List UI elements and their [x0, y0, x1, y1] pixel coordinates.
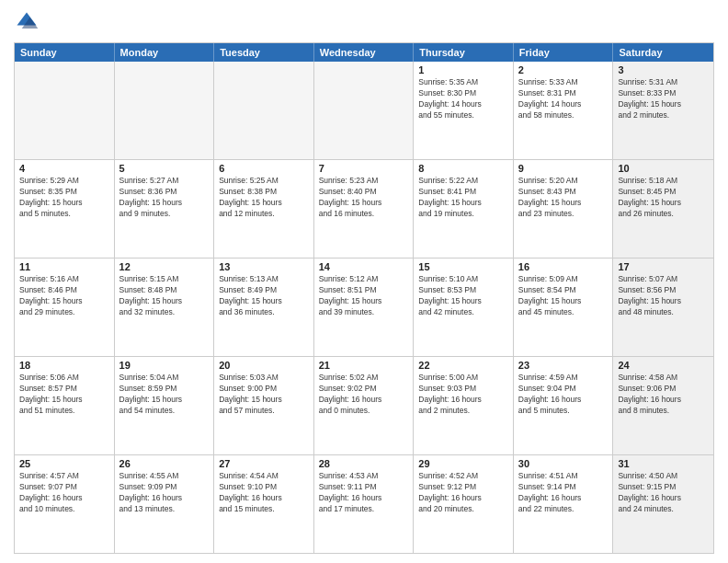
day-number: 13: [219, 261, 309, 272]
calendar-cell-3-3: 21Sunrise: 5:02 AM Sunset: 9:02 PM Dayli…: [314, 357, 415, 454]
header-day-friday: Friday: [514, 43, 614, 62]
calendar-cell-2-1: 12Sunrise: 5:15 AM Sunset: 8:48 PM Dayli…: [115, 259, 215, 356]
day-number: 28: [319, 458, 409, 469]
calendar-cell-1-1: 5Sunrise: 5:27 AM Sunset: 8:36 PM Daylig…: [115, 160, 215, 258]
day-number: 11: [19, 261, 109, 272]
day-info: Sunrise: 5:15 AM Sunset: 8:48 PM Dayligh…: [119, 274, 210, 318]
day-info: Sunrise: 4:54 AM Sunset: 9:10 PM Dayligh…: [219, 471, 309, 515]
calendar-cell-1-0: 4Sunrise: 5:29 AM Sunset: 8:35 PM Daylig…: [15, 160, 115, 258]
day-info: Sunrise: 4:51 AM Sunset: 9:14 PM Dayligh…: [518, 471, 609, 515]
calendar-cell-0-2: [214, 62, 314, 159]
calendar-row-4: 25Sunrise: 4:57 AM Sunset: 9:07 PM Dayli…: [15, 455, 713, 553]
calendar-cell-0-6: 3Sunrise: 5:31 AM Sunset: 8:33 PM Daylig…: [613, 62, 713, 159]
calendar-cell-4-1: 26Sunrise: 4:55 AM Sunset: 9:09 PM Dayli…: [115, 455, 215, 553]
day-info: Sunrise: 4:52 AM Sunset: 9:12 PM Dayligh…: [418, 471, 508, 515]
day-number: 7: [319, 163, 409, 174]
day-info: Sunrise: 5:12 AM Sunset: 8:51 PM Dayligh…: [319, 274, 409, 318]
calendar-row-0: 1Sunrise: 5:35 AM Sunset: 8:30 PM Daylig…: [15, 62, 713, 160]
calendar-cell-3-1: 19Sunrise: 5:04 AM Sunset: 8:59 PM Dayli…: [115, 357, 215, 454]
day-number: 1: [418, 64, 508, 75]
day-number: 9: [518, 163, 609, 174]
calendar-cell-1-3: 7Sunrise: 5:23 AM Sunset: 8:40 PM Daylig…: [314, 160, 415, 258]
day-number: 30: [518, 458, 609, 469]
day-info: Sunrise: 5:22 AM Sunset: 8:41 PM Dayligh…: [418, 176, 508, 220]
day-number: 27: [219, 458, 309, 469]
day-number: 3: [618, 64, 709, 75]
logo-icon: [14, 9, 40, 35]
calendar-cell-2-6: 17Sunrise: 5:07 AM Sunset: 8:56 PM Dayli…: [613, 259, 713, 356]
calendar-cell-1-6: 10Sunrise: 5:18 AM Sunset: 8:45 PM Dayli…: [613, 160, 713, 258]
day-info: Sunrise: 5:03 AM Sunset: 9:00 PM Dayligh…: [219, 373, 309, 417]
day-number: 2: [518, 64, 609, 75]
day-info: Sunrise: 5:07 AM Sunset: 8:56 PM Dayligh…: [618, 274, 709, 318]
calendar-cell-2-2: 13Sunrise: 5:13 AM Sunset: 8:49 PM Dayli…: [214, 259, 314, 356]
calendar-row-1: 4Sunrise: 5:29 AM Sunset: 8:35 PM Daylig…: [15, 160, 713, 259]
day-info: Sunrise: 5:00 AM Sunset: 9:03 PM Dayligh…: [418, 373, 508, 417]
header-day-sunday: Sunday: [15, 43, 115, 62]
calendar-cell-4-3: 28Sunrise: 4:53 AM Sunset: 9:11 PM Dayli…: [314, 455, 415, 553]
day-info: Sunrise: 4:50 AM Sunset: 9:15 PM Dayligh…: [618, 471, 709, 515]
page: SundayMondayTuesdayWednesdayThursdayFrid…: [0, 0, 728, 563]
day-number: 4: [19, 163, 109, 174]
day-number: 29: [418, 458, 508, 469]
day-number: 12: [119, 261, 210, 272]
day-info: Sunrise: 5:18 AM Sunset: 8:45 PM Dayligh…: [618, 176, 709, 220]
day-number: 8: [418, 163, 508, 174]
calendar-cell-3-6: 24Sunrise: 4:58 AM Sunset: 9:06 PM Dayli…: [613, 357, 713, 454]
header-day-wednesday: Wednesday: [314, 43, 415, 62]
calendar-cell-3-0: 18Sunrise: 5:06 AM Sunset: 8:57 PM Dayli…: [15, 357, 115, 454]
calendar-cell-2-4: 15Sunrise: 5:10 AM Sunset: 8:53 PM Dayli…: [414, 259, 514, 356]
day-number: 6: [219, 163, 309, 174]
day-number: 17: [618, 261, 709, 272]
day-info: Sunrise: 5:06 AM Sunset: 8:57 PM Dayligh…: [19, 373, 109, 417]
calendar-row-2: 11Sunrise: 5:16 AM Sunset: 8:46 PM Dayli…: [15, 259, 713, 357]
day-number: 25: [19, 458, 109, 469]
calendar-cell-0-5: 2Sunrise: 5:33 AM Sunset: 8:31 PM Daylig…: [514, 62, 614, 159]
day-info: Sunrise: 5:16 AM Sunset: 8:46 PM Dayligh…: [19, 274, 109, 318]
header-day-monday: Monday: [115, 43, 215, 62]
day-info: Sunrise: 4:58 AM Sunset: 9:06 PM Dayligh…: [618, 373, 709, 417]
day-info: Sunrise: 4:53 AM Sunset: 9:11 PM Dayligh…: [319, 471, 409, 515]
calendar-cell-0-0: [15, 62, 115, 159]
day-number: 14: [319, 261, 409, 272]
day-info: Sunrise: 5:02 AM Sunset: 9:02 PM Dayligh…: [319, 373, 409, 417]
day-number: 26: [119, 458, 210, 469]
calendar-cell-4-2: 27Sunrise: 4:54 AM Sunset: 9:10 PM Dayli…: [214, 455, 314, 553]
day-info: Sunrise: 5:13 AM Sunset: 8:49 PM Dayligh…: [219, 274, 309, 318]
day-info: Sunrise: 5:23 AM Sunset: 8:40 PM Dayligh…: [319, 176, 409, 220]
day-info: Sunrise: 4:57 AM Sunset: 9:07 PM Dayligh…: [19, 471, 109, 515]
header-day-saturday: Saturday: [613, 43, 713, 62]
day-info: Sunrise: 5:25 AM Sunset: 8:38 PM Dayligh…: [219, 176, 309, 220]
day-number: 5: [119, 163, 210, 174]
calendar-cell-1-2: 6Sunrise: 5:25 AM Sunset: 8:38 PM Daylig…: [214, 160, 314, 258]
day-info: Sunrise: 5:20 AM Sunset: 8:43 PM Dayligh…: [518, 176, 609, 220]
calendar-cell-4-5: 30Sunrise: 4:51 AM Sunset: 9:14 PM Dayli…: [514, 455, 614, 553]
calendar: SundayMondayTuesdayWednesdayThursdayFrid…: [14, 42, 714, 554]
day-info: Sunrise: 5:27 AM Sunset: 8:36 PM Dayligh…: [119, 176, 210, 220]
calendar-cell-4-6: 31Sunrise: 4:50 AM Sunset: 9:15 PM Dayli…: [613, 455, 713, 553]
calendar-row-3: 18Sunrise: 5:06 AM Sunset: 8:57 PM Dayli…: [15, 357, 713, 455]
calendar-cell-4-0: 25Sunrise: 4:57 AM Sunset: 9:07 PM Dayli…: [15, 455, 115, 553]
day-info: Sunrise: 5:29 AM Sunset: 8:35 PM Dayligh…: [19, 176, 109, 220]
day-info: Sunrise: 5:10 AM Sunset: 8:53 PM Dayligh…: [418, 274, 508, 318]
header: [14, 9, 714, 35]
calendar-cell-0-1: [115, 62, 215, 159]
calendar-cell-3-5: 23Sunrise: 4:59 AM Sunset: 9:04 PM Dayli…: [514, 357, 614, 454]
calendar-cell-2-0: 11Sunrise: 5:16 AM Sunset: 8:46 PM Dayli…: [15, 259, 115, 356]
day-number: 15: [418, 261, 508, 272]
day-number: 16: [518, 261, 609, 272]
day-number: 23: [518, 360, 609, 371]
calendar-cell-1-5: 9Sunrise: 5:20 AM Sunset: 8:43 PM Daylig…: [514, 160, 614, 258]
header-day-tuesday: Tuesday: [214, 43, 314, 62]
calendar-cell-1-4: 8Sunrise: 5:22 AM Sunset: 8:41 PM Daylig…: [414, 160, 514, 258]
day-number: 10: [618, 163, 709, 174]
day-info: Sunrise: 5:35 AM Sunset: 8:30 PM Dayligh…: [418, 77, 508, 121]
calendar-cell-0-4: 1Sunrise: 5:35 AM Sunset: 8:30 PM Daylig…: [414, 62, 514, 159]
day-number: 19: [119, 360, 210, 371]
calendar-body: 1Sunrise: 5:35 AM Sunset: 8:30 PM Daylig…: [15, 62, 713, 553]
day-number: 31: [618, 458, 709, 469]
day-info: Sunrise: 5:31 AM Sunset: 8:33 PM Dayligh…: [618, 77, 709, 121]
calendar-cell-2-5: 16Sunrise: 5:09 AM Sunset: 8:54 PM Dayli…: [514, 259, 614, 356]
day-number: 21: [319, 360, 409, 371]
day-number: 22: [418, 360, 508, 371]
